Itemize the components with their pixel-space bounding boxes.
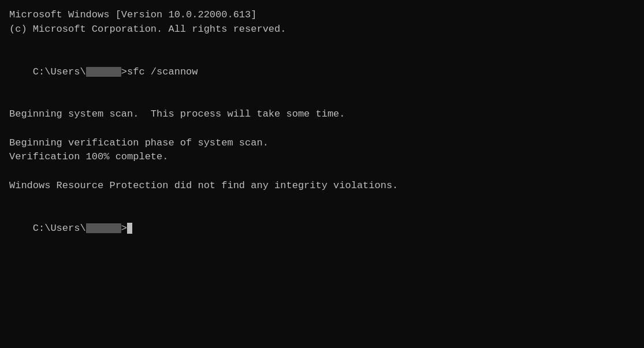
- blank-line-5: [9, 193, 635, 207]
- version-line: Microsoft Windows [Version 10.0.22000.61…: [9, 8, 635, 23]
- command-line: C:\Users\ >sfc /scannow: [9, 51, 635, 93]
- final-prompt-line: C:\Users\ >: [9, 207, 635, 250]
- prompt-prefix: C:\Users\: [33, 66, 86, 77]
- verification-begin-line: Beginning verification phase of system s…: [9, 136, 635, 151]
- redacted-username-2: [86, 223, 121, 233]
- verification-complete-line: Verification 100% complete.: [9, 150, 635, 164]
- prompt-prefix-2: C:\Users\: [33, 223, 86, 234]
- prompt-arrow: >: [121, 223, 127, 234]
- scan-begin-line: Beginning system scan. This process will…: [9, 107, 635, 122]
- terminal-window: Microsoft Windows [Version 10.0.22000.61…: [0, 0, 644, 348]
- blank-line-4: [9, 164, 635, 179]
- blank-line-3: [9, 122, 635, 136]
- cursor-blink: [127, 223, 132, 234]
- result-line: Windows Resource Protection did not find…: [9, 179, 635, 193]
- redacted-username-1: [86, 67, 121, 77]
- copyright-line: (c) Microsoft Corporation. All rights re…: [9, 23, 635, 37]
- command-text: >sfc /scannow: [121, 66, 198, 77]
- blank-line-2: [9, 93, 635, 108]
- blank-line-1: [9, 36, 635, 51]
